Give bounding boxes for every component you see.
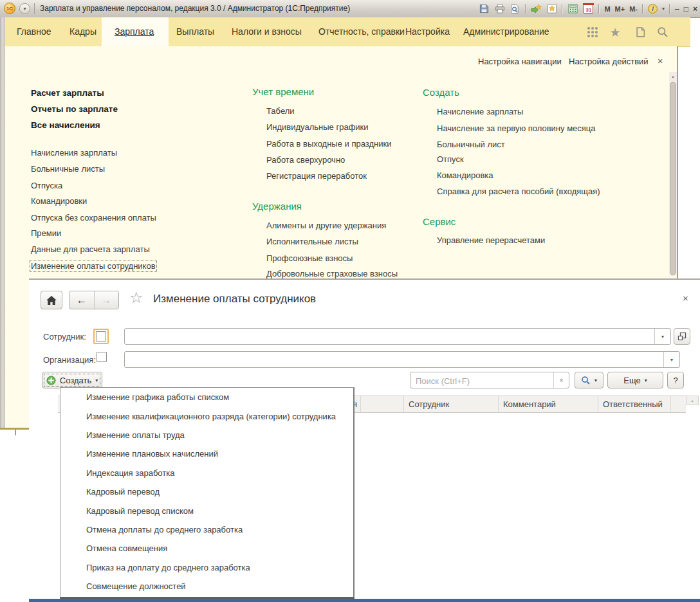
tab-administrirovanie[interactable]: Администрирование [463, 17, 549, 46]
link-nachislenie-za-pervuyu-polovinu[interactable]: Начисление за первую половину месяца [437, 123, 596, 133]
tab-otchetnost[interactable]: Отчетность, справки [318, 17, 405, 46]
more-button[interactable]: Еще ▾ [607, 372, 663, 388]
link-rabota-v-vyhodnye[interactable]: Работа в выходные и праздники [266, 139, 391, 149]
employee-open-button[interactable] [674, 328, 690, 345]
organization-checkbox[interactable] [97, 352, 107, 362]
employee-input[interactable] [127, 329, 655, 343]
calculator-icon[interactable] [567, 3, 578, 14]
window-bottom-accent [29, 599, 700, 602]
link-spravka-dlya-rascheta-posobij[interactable]: Справка для расчета пособий (входящая) [437, 187, 600, 196]
menu-item-indeksaciya-zarabotka[interactable]: Индексация заработка [60, 464, 353, 482]
link-komandirovki[interactable]: Командировки [31, 196, 87, 206]
menu-item-sovmeschenie-dolzhnostej[interactable]: Совмещение должностей [60, 577, 353, 596]
link-rabota-sverhurochno[interactable]: Работа сверхурочно [266, 155, 345, 165]
link-izmenenie-oplaty-sotrudnikov[interactable]: Изменение оплаты сотрудников [31, 261, 156, 271]
search-icon[interactable] [656, 26, 669, 39]
close-button[interactable]: × [693, 5, 697, 14]
link-alimenty[interactable]: Алименты и другие удержания [266, 221, 386, 230]
memory-button[interactable]: M [604, 5, 610, 13]
memory-plus-button[interactable]: M+ [615, 5, 625, 13]
panel-scroll-up-icon[interactable]: ▴ [669, 72, 677, 81]
organization-dropdown-icon[interactable]: ▾ [663, 352, 679, 367]
menu-item-otmena-doplaty[interactable]: Отмена доплаты до среднего заработка [60, 520, 353, 539]
favorites-icon[interactable] [546, 3, 557, 14]
tab-zarplata[interactable]: Зарплата [115, 17, 154, 46]
link-tabeli[interactable]: Табели [266, 106, 295, 116]
employee-checkbox[interactable] [96, 331, 106, 342]
section-uderzhaniya[interactable]: Удержания [252, 201, 302, 212]
tab-nastroyka[interactable]: Настройка [405, 17, 450, 46]
link-otpuska[interactable]: Отпуска [31, 181, 62, 190]
link-ispolnitelnye-listy[interactable]: Исполнительные листы [266, 237, 358, 246]
info-caret-icon[interactable]: ▾ [662, 6, 665, 12]
column-comment[interactable]: Комментарий [499, 396, 598, 412]
all-functions-grid-icon[interactable] [586, 26, 599, 39]
table-scroll-up-icon[interactable]: ▴ [686, 396, 699, 405]
info-icon[interactable]: i [648, 4, 658, 14]
favorite-star-icon[interactable]: ☆ [129, 289, 143, 307]
navigation-settings-link[interactable]: Настройка навигации [478, 57, 562, 66]
calendar-icon[interactable]: 31 [583, 3, 594, 14]
link-nachisleniya-zarplaty[interactable]: Начисления зарплаты [31, 148, 117, 158]
minimize-button[interactable]: – [675, 5, 679, 14]
menu-item-otmena-sovmescheniya[interactable]: Отмена совмещения [60, 539, 353, 558]
print-icon[interactable] [494, 3, 505, 14]
menu-item-izmenenie-planovyh-nachislenij[interactable]: Изменение плановых начислений [60, 444, 353, 463]
save-icon[interactable] [479, 3, 490, 14]
form-close-icon[interactable]: × [683, 293, 688, 304]
section-uchet-vremeni[interactable]: Учет времени [252, 86, 314, 97]
favorites-star-icon[interactable]: ★ [609, 26, 622, 39]
menu-item-izmenenie-kvalifikacionnogo-razryada[interactable]: Изменение квалификационного разряда (кат… [60, 406, 353, 425]
forward-icon[interactable]: → [95, 295, 119, 306]
panel-close-icon[interactable]: × [658, 56, 663, 66]
link-vse-nachisleniya[interactable]: Все начисления [31, 120, 100, 130]
divider [525, 4, 526, 14]
search-clear-icon[interactable]: × [553, 372, 569, 388]
link-premii[interactable]: Премии [31, 228, 61, 238]
link-bolnichnyj-list[interactable]: Больничный лист [437, 140, 505, 149]
memory-minus-button[interactable]: M- [629, 5, 638, 13]
tab-kadry[interactable]: Кадры [69, 17, 97, 46]
tab-nalogi[interactable]: Налоги и взносы [232, 17, 302, 46]
link-otpusk[interactable]: Отпуск [437, 154, 464, 164]
column-responsible[interactable]: Ответственный [598, 396, 671, 412]
menu-item-kadrovyj-perevod[interactable]: Кадровый перевод [60, 482, 353, 501]
back-icon[interactable]: ← [69, 295, 94, 306]
add-to-favorites-icon[interactable] [531, 3, 542, 14]
link-dannye-dlya-rascheta[interactable]: Данные для расчета зарплаты [31, 244, 150, 254]
link-otchety-po-zarplate[interactable]: Отчеты по зарплате [31, 104, 118, 114]
link-individualnye-grafiki[interactable]: Индивидуальные графики [266, 122, 369, 132]
link-bolnichnye-listy[interactable]: Больничные листы [31, 164, 105, 174]
help-button[interactable]: ? [667, 372, 684, 388]
tab-vyplaty[interactable]: Выплаты [176, 17, 214, 46]
link-nachislenie-zarplaty[interactable]: Начисление зарплаты [437, 107, 523, 116]
link-otpuska-bez-sohraneniya[interactable]: Отпуска без сохранения оплаты [31, 213, 156, 223]
link-dobrovolnye-strahovye-vznosy[interactable]: Добровольные страховые взносы [266, 269, 398, 278]
main-menu-button[interactable]: ▾ [19, 3, 30, 14]
search-input[interactable] [414, 373, 546, 388]
menu-item-izmenenie-oplaty-truda[interactable]: Изменение оплаты труда [60, 426, 353, 444]
section-servis[interactable]: Сервис [423, 216, 456, 227]
link-profsoyuznye-vznosy[interactable]: Профсоюзные взносы [266, 253, 353, 263]
panel-scrollbar-thumb[interactable] [670, 82, 676, 275]
link-upravlenie-pereraschetami[interactable]: Управление перерасчетами [437, 235, 545, 245]
maximize-button[interactable]: □ [684, 5, 688, 14]
link-registraciya-pererabotok[interactable]: Регистрация переработок [266, 171, 367, 181]
history-icon[interactable] [634, 26, 647, 39]
menu-item-prikaz-na-doplatu[interactable]: Приказ на доплату до среднего заработка [60, 558, 353, 577]
column-employee[interactable]: Сотрудник [404, 396, 499, 412]
organization-input[interactable] [127, 352, 664, 367]
tab-glavnoe[interactable]: Главное [17, 17, 51, 46]
section-sozdat[interactable]: Создать [423, 87, 459, 98]
menu-item-izmenenie-grafika-spiskom[interactable]: Изменение графика работы списком [60, 388, 353, 406]
column-unnamed[interactable] [361, 396, 404, 412]
actions-settings-link[interactable]: Настройка действий [569, 57, 649, 66]
link-komandirovka[interactable]: Командировка [437, 170, 493, 180]
link-raschet-zarplaty[interactable]: Расчет зарплаты [31, 88, 104, 98]
menu-item-kadrovyj-perevod-spiskom[interactable]: Кадровый перевод списком [60, 501, 353, 520]
employee-dropdown-icon[interactable]: ▾ [654, 329, 670, 344]
search-options-button[interactable]: ▾ [575, 372, 603, 388]
home-button[interactable] [41, 291, 62, 309]
create-button[interactable]: Создать ▾ [42, 372, 102, 388]
print-preview-icon[interactable] [510, 3, 520, 14]
